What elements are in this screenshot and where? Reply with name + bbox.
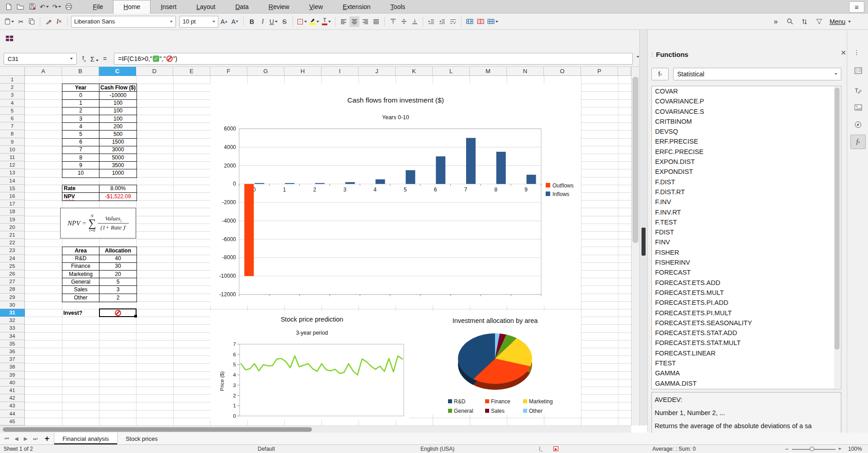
table-cell[interactable]: Allocation [99,247,137,255]
align-center-icon[interactable] [349,16,359,27]
equals-icon[interactable]: = [103,55,107,62]
copy-icon[interactable] [27,16,37,27]
table-cell[interactable]: 8 [62,154,99,162]
strikethrough-icon[interactable]: S [279,16,289,27]
function-list-scrollbar-thumb[interactable] [835,88,840,350]
wrap-text-icon[interactable] [448,16,458,27]
borders-icon[interactable] [296,16,308,27]
zoom-slider-thumb[interactable] [810,447,814,451]
row-header-10[interactable]: 10 [0,146,25,154]
function-list-item[interactable]: FORECAST.LINEAR [652,348,841,358]
row-header-30[interactable]: 30 [0,301,25,309]
column-header-O[interactable]: O [544,67,581,76]
selection-stats[interactable]: Average: ; Sum: 0 [652,446,696,452]
table-cell[interactable]: 7 [62,146,99,154]
row-header-11[interactable]: 11 [0,154,25,161]
function-list-item[interactable]: GAMMA.INV [652,388,841,389]
table-cell[interactable]: 5000 [99,154,137,162]
column-header-M[interactable]: M [470,67,507,76]
invest-label-cell[interactable]: Invest? [62,309,99,317]
sidebar-grip-icon[interactable]: ⋮ [649,51,654,58]
row-header-24[interactable]: 24 [0,255,25,262]
table-cell[interactable]: Year [62,84,99,92]
sheet-tab-stock-prices[interactable]: Stock prices [118,433,166,444]
vertical-scrollbar-thumb[interactable] [632,77,638,243]
row-header-21[interactable]: 21 [0,231,25,239]
last-sheet-icon[interactable]: ⏭︎ [33,436,38,442]
table-cell[interactable]: R&D [62,255,99,263]
row-header-5[interactable]: 5 [0,107,25,115]
decrease-indent-icon[interactable] [437,16,447,27]
row-header-15[interactable]: 15 [0,185,25,192]
table-cell[interactable]: Finance [62,263,99,271]
row-header-35[interactable]: 35 [0,340,25,348]
rate-npv-table[interactable]: Rate8.00%NPV-$1,522.09 [62,185,137,201]
print-icon[interactable] [64,1,74,12]
column-header-K[interactable]: K [396,67,433,76]
horizontal-scrollbar-thumb[interactable] [3,427,312,432]
function-list-item[interactable]: ERFC.PRECISE [652,147,841,157]
table-grid-icon[interactable] [5,35,14,43]
row-header-26[interactable]: 26 [0,270,25,278]
increase-font-size-icon[interactable]: A▲ [219,16,229,27]
row-header-3[interactable]: 3 [0,91,25,99]
table-cell[interactable]: 3 [62,115,99,123]
row-header-37[interactable]: 37 [0,355,25,363]
function-list-item[interactable]: FINV [652,237,841,247]
function-list-item[interactable]: COVARIANCE.S [652,107,841,117]
row-header-43[interactable]: 43 [0,402,25,410]
function-list-item[interactable]: COVAR [652,86,841,96]
function-list[interactable]: COVARCOVARIANCE.PCOVARIANCE.SCRITBINOMDE… [651,86,841,389]
column-header-G[interactable]: G [247,67,284,76]
function-list-item[interactable]: EXPON.DIST [652,157,841,167]
table-cell[interactable]: 1500 [99,139,137,146]
row-header-20[interactable]: 20 [0,224,25,231]
autofilter-icon[interactable] [814,16,824,27]
table-cell[interactable]: Rate [62,185,99,193]
table-cell[interactable]: -$1,522.09 [99,193,137,201]
redo-icon[interactable]: ↷ [52,1,62,12]
menu-dropdown[interactable]: Menu [829,16,852,27]
sidebar-close-icon[interactable]: ✕ [840,49,846,57]
sheet-tab-financial-analysis[interactable]: Financial analysis [54,433,118,444]
hamburger-menu-icon[interactable]: ≡ [849,1,864,13]
page-style[interactable]: Default [258,446,275,452]
table-cell[interactable]: 200 [99,123,137,131]
cut-icon[interactable]: ✂ [16,16,26,27]
horizontal-scrollbar[interactable] [0,425,631,433]
increase-indent-icon[interactable] [426,16,436,27]
row-header-19[interactable]: 19 [0,216,25,224]
highlight-color-icon[interactable] [309,16,320,27]
zoom-level[interactable]: 100% [848,446,862,452]
vertical-scrollbar[interactable] [631,67,639,425]
column-header-I[interactable]: I [321,67,359,76]
table-cell[interactable]: Marketing [62,271,99,278]
table-cell[interactable]: 5 [99,278,137,286]
table-cell[interactable]: 4 [62,123,99,131]
function-list-item[interactable]: FISHERINV [652,257,841,267]
clear-formatting-icon[interactable]: I✕ [54,16,64,27]
add-sheet-icon[interactable]: + [45,435,50,442]
column-header-E[interactable]: E [173,67,210,76]
npv-formula-image[interactable]: NPV =N∑i=0Valuesi(1+ Rate )i [60,208,136,238]
fill-handle[interactable] [134,315,137,318]
table-cell[interactable]: 3 [99,286,137,294]
function-list-item[interactable]: GAMMA.DIST [652,378,841,388]
row-header-45[interactable]: 45 [0,418,25,425]
function-list-item[interactable]: F.DIST.RT [652,187,841,197]
row-header-40[interactable]: 40 [0,379,25,387]
menu-tab-view[interactable]: View [299,0,333,14]
zoom-out-icon[interactable]: – [785,446,788,452]
function-list-item[interactable]: FORECAST.ETS.PI.MULT [652,308,841,318]
row-header-2[interactable]: 2 [0,84,25,91]
align-left-icon[interactable] [339,16,349,27]
row-header-1[interactable]: 1 [0,76,25,84]
new-document-icon[interactable] [4,1,14,12]
line-chart-object[interactable]: Stock price prediction3-year period01234… [210,311,409,420]
row-header-18[interactable]: 18 [0,208,25,215]
language[interactable]: English (USA) [420,446,454,452]
menu-tab-tools[interactable]: Tools [381,0,415,14]
table-cell[interactable]: 2 [62,107,99,115]
table-cell[interactable]: 9 [62,162,99,169]
name-box[interactable]: C31 [4,53,77,65]
